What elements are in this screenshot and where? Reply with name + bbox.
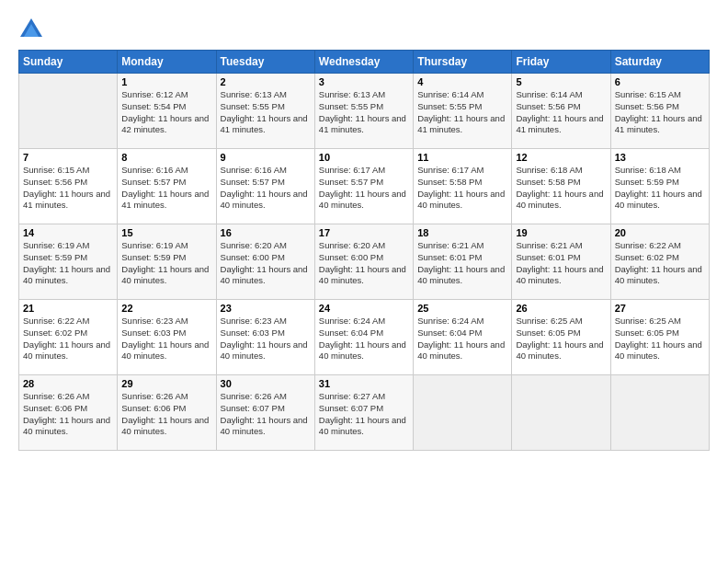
day-detail: Sunrise: 6:24 AMSunset: 6:04 PMDaylight:… (417, 316, 505, 361)
calendar-cell: 28 Sunrise: 6:26 AMSunset: 6:06 PMDaylig… (19, 375, 118, 451)
day-number: 6 (615, 76, 705, 87)
day-detail: Sunrise: 6:18 AMSunset: 5:59 PMDaylight:… (615, 165, 702, 210)
calendar-cell: 1 Sunrise: 6:12 AMSunset: 5:54 PMDayligh… (118, 74, 216, 149)
calendar-cell: 5 Sunrise: 6:14 AMSunset: 5:56 PMDayligh… (512, 74, 610, 149)
day-detail: Sunrise: 6:15 AMSunset: 5:56 PMDaylight:… (615, 89, 702, 134)
day-detail: Sunrise: 6:16 AMSunset: 5:57 PMDaylight:… (121, 165, 209, 210)
day-number: 27 (615, 303, 705, 314)
day-number: 24 (319, 303, 409, 314)
weekday-row: SundayMondayTuesdayWednesdayThursdayFrid… (19, 51, 710, 74)
calendar-cell (414, 375, 512, 451)
day-number: 31 (319, 378, 409, 389)
day-number: 14 (23, 227, 113, 238)
day-detail: Sunrise: 6:15 AMSunset: 5:56 PMDaylight:… (23, 165, 110, 210)
day-detail: Sunrise: 6:23 AMSunset: 6:03 PMDaylight:… (221, 316, 308, 361)
calendar-cell: 13 Sunrise: 6:18 AMSunset: 5:59 PMDaylig… (610, 149, 709, 224)
calendar-cell: 15 Sunrise: 6:19 AMSunset: 5:59 PMDaylig… (118, 224, 216, 300)
day-detail: Sunrise: 6:24 AMSunset: 6:04 PMDaylight:… (319, 316, 406, 361)
calendar-cell: 12 Sunrise: 6:18 AMSunset: 5:58 PMDaylig… (512, 149, 610, 224)
day-number: 9 (221, 152, 311, 163)
day-detail: Sunrise: 6:21 AMSunset: 6:01 PMDaylight:… (417, 240, 505, 285)
calendar-cell: 27 Sunrise: 6:25 AMSunset: 6:05 PMDaylig… (610, 300, 709, 375)
calendar-header: SundayMondayTuesdayWednesdayThursdayFrid… (19, 51, 710, 74)
weekday-friday: Friday (512, 51, 610, 74)
calendar-cell: 20 Sunrise: 6:22 AMSunset: 6:02 PMDaylig… (610, 224, 709, 300)
day-number: 2 (221, 76, 311, 87)
weekday-thursday: Thursday (414, 51, 512, 74)
day-number: 30 (221, 378, 311, 389)
week-row-3: 14 Sunrise: 6:19 AMSunset: 5:59 PMDaylig… (19, 224, 710, 300)
calendar-cell: 6 Sunrise: 6:15 AMSunset: 5:56 PMDayligh… (610, 74, 709, 149)
day-number: 17 (319, 227, 409, 238)
day-detail: Sunrise: 6:27 AMSunset: 6:07 PMDaylight:… (319, 391, 406, 436)
weekday-tuesday: Tuesday (216, 51, 314, 74)
day-detail: Sunrise: 6:26 AMSunset: 6:06 PMDaylight:… (121, 391, 209, 436)
day-detail: Sunrise: 6:23 AMSunset: 6:03 PMDaylight:… (121, 316, 209, 361)
day-number: 11 (417, 152, 507, 163)
day-number: 13 (615, 152, 705, 163)
calendar-cell (19, 74, 118, 149)
day-detail: Sunrise: 6:17 AMSunset: 5:57 PMDaylight:… (319, 165, 406, 210)
day-detail: Sunrise: 6:14 AMSunset: 5:55 PMDaylight:… (417, 89, 505, 134)
header (18, 17, 710, 42)
day-number: 8 (121, 152, 211, 163)
day-number: 29 (121, 378, 211, 389)
calendar-cell: 14 Sunrise: 6:19 AMSunset: 5:59 PMDaylig… (19, 224, 118, 300)
calendar-cell: 21 Sunrise: 6:22 AMSunset: 6:02 PMDaylig… (19, 300, 118, 375)
day-detail: Sunrise: 6:25 AMSunset: 6:05 PMDaylight:… (615, 316, 702, 361)
day-detail: Sunrise: 6:19 AMSunset: 5:59 PMDaylight:… (121, 240, 209, 285)
day-number: 18 (417, 227, 507, 238)
day-number: 20 (615, 227, 705, 238)
day-number: 10 (319, 152, 409, 163)
weekday-saturday: Saturday (610, 51, 709, 74)
calendar-cell: 24 Sunrise: 6:24 AMSunset: 6:04 PMDaylig… (314, 300, 413, 375)
day-detail: Sunrise: 6:19 AMSunset: 5:59 PMDaylight:… (23, 240, 110, 285)
calendar-body: 1 Sunrise: 6:12 AMSunset: 5:54 PMDayligh… (19, 74, 710, 451)
day-detail: Sunrise: 6:13 AMSunset: 5:55 PMDaylight:… (221, 89, 308, 134)
day-number: 1 (121, 76, 211, 87)
calendar-cell: 19 Sunrise: 6:21 AMSunset: 6:01 PMDaylig… (512, 224, 610, 300)
day-detail: Sunrise: 6:20 AMSunset: 6:00 PMDaylight:… (319, 240, 406, 285)
weekday-wednesday: Wednesday (314, 51, 413, 74)
day-detail: Sunrise: 6:18 AMSunset: 5:58 PMDaylight:… (516, 165, 603, 210)
calendar-cell: 18 Sunrise: 6:21 AMSunset: 6:01 PMDaylig… (414, 224, 512, 300)
calendar-cell (512, 375, 610, 451)
day-number: 4 (417, 76, 507, 87)
calendar-cell: 11 Sunrise: 6:17 AMSunset: 5:58 PMDaylig… (414, 149, 512, 224)
day-number: 5 (516, 76, 606, 87)
day-number: 19 (516, 227, 606, 238)
day-number: 7 (23, 152, 113, 163)
day-number: 25 (417, 303, 507, 314)
calendar-cell: 9 Sunrise: 6:16 AMSunset: 5:57 PMDayligh… (216, 149, 314, 224)
calendar-cell: 22 Sunrise: 6:23 AMSunset: 6:03 PMDaylig… (118, 300, 216, 375)
day-number: 12 (516, 152, 606, 163)
calendar-cell: 25 Sunrise: 6:24 AMSunset: 6:04 PMDaylig… (414, 300, 512, 375)
day-detail: Sunrise: 6:21 AMSunset: 6:01 PMDaylight:… (516, 240, 603, 285)
calendar-cell: 23 Sunrise: 6:23 AMSunset: 6:03 PMDaylig… (216, 300, 314, 375)
logo-icon (18, 17, 44, 42)
calendar-cell: 31 Sunrise: 6:27 AMSunset: 6:07 PMDaylig… (314, 375, 413, 451)
day-detail: Sunrise: 6:26 AMSunset: 6:07 PMDaylight:… (221, 391, 308, 436)
week-row-2: 7 Sunrise: 6:15 AMSunset: 5:56 PMDayligh… (19, 149, 710, 224)
calendar-cell: 7 Sunrise: 6:15 AMSunset: 5:56 PMDayligh… (19, 149, 118, 224)
calendar-cell (610, 375, 709, 451)
calendar-cell: 16 Sunrise: 6:20 AMSunset: 6:00 PMDaylig… (216, 224, 314, 300)
day-detail: Sunrise: 6:17 AMSunset: 5:58 PMDaylight:… (417, 165, 505, 210)
calendar-cell: 26 Sunrise: 6:25 AMSunset: 6:05 PMDaylig… (512, 300, 610, 375)
logo (18, 17, 48, 42)
day-number: 28 (23, 378, 113, 389)
weekday-sunday: Sunday (19, 51, 118, 74)
day-detail: Sunrise: 6:16 AMSunset: 5:57 PMDaylight:… (221, 165, 308, 210)
calendar: SundayMondayTuesdayWednesdayThursdayFrid… (18, 50, 710, 451)
day-detail: Sunrise: 6:22 AMSunset: 6:02 PMDaylight:… (615, 240, 702, 285)
weekday-monday: Monday (118, 51, 216, 74)
day-number: 16 (221, 227, 311, 238)
day-detail: Sunrise: 6:14 AMSunset: 5:56 PMDaylight:… (516, 89, 603, 134)
calendar-cell: 8 Sunrise: 6:16 AMSunset: 5:57 PMDayligh… (118, 149, 216, 224)
calendar-cell: 10 Sunrise: 6:17 AMSunset: 5:57 PMDaylig… (314, 149, 413, 224)
week-row-4: 21 Sunrise: 6:22 AMSunset: 6:02 PMDaylig… (19, 300, 710, 375)
calendar-cell: 4 Sunrise: 6:14 AMSunset: 5:55 PMDayligh… (414, 74, 512, 149)
day-detail: Sunrise: 6:13 AMSunset: 5:55 PMDaylight:… (319, 89, 406, 134)
week-row-1: 1 Sunrise: 6:12 AMSunset: 5:54 PMDayligh… (19, 74, 710, 149)
day-detail: Sunrise: 6:22 AMSunset: 6:02 PMDaylight:… (23, 316, 110, 361)
